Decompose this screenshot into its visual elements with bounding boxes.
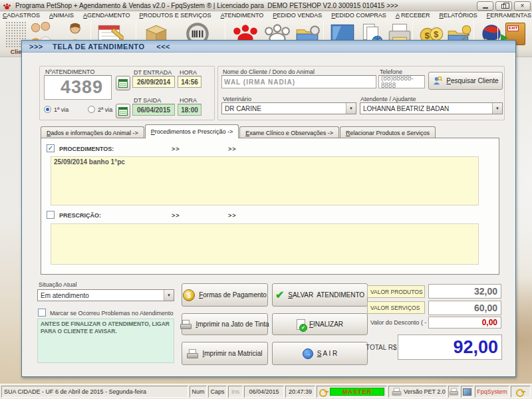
problem-checkbox[interactable]	[38, 309, 46, 317]
procedures-label: PROCEDIMENTOS:	[59, 146, 114, 152]
dialog-title: >>> TELA DE ATENDIMENTO <<<	[29, 43, 170, 51]
exit-date-field[interactable]: 06/04/2015	[132, 104, 175, 116]
menu-pedido-vendas[interactable]: PEDIDO VENDAS	[273, 12, 322, 19]
menu-ferramentas[interactable]: FERRAMENTAS	[487, 12, 531, 19]
discount-field[interactable]: 0,00	[428, 317, 501, 329]
entry-time-field[interactable]: 14:56	[178, 76, 201, 88]
status-insert: Ins	[228, 386, 243, 398]
vet-value: DR CARINE	[222, 105, 346, 112]
menu-relatorios[interactable]: RELATÓRIOS	[439, 12, 477, 19]
total-label: TOTAL R$	[366, 344, 397, 351]
menu-pedido-compras[interactable]: PEDIDO COMPRAS	[331, 12, 386, 19]
menu-a-receber[interactable]: A RECEBER	[396, 12, 430, 19]
search-client-button[interactable]: Pesquisar Cliente	[428, 72, 503, 90]
menu-cadastros[interactable]: CADASTROS	[3, 12, 40, 19]
search-client-icon	[432, 76, 442, 86]
total-field[interactable]: 92,00	[398, 334, 502, 360]
exit-dialog-button[interactable]: → S A I R	[272, 342, 368, 365]
note-textarea[interactable]: ANTES DE FINALIZAR O ATENDIMENTO, LIGAR …	[37, 319, 174, 363]
chevron-down-icon: ▼	[346, 103, 356, 114]
attendance-groupbox: NºATENDIMENTO 4389 1ª via 2ª via DT ENTR…	[39, 66, 215, 120]
print-matrix-label: Imprimir na Matricial	[202, 350, 262, 357]
printer-icon	[392, 388, 402, 395]
exit-dialog-label: S A I R	[317, 350, 338, 357]
exit-time-field[interactable]: 18:00	[178, 104, 201, 116]
document-check-icon	[297, 319, 305, 330]
tab-procedimentos[interactable]: Procedimentos e Prescrição ->	[145, 124, 239, 138]
status-date: 06/04/2015	[244, 386, 284, 398]
app-paw-icon	[3, 1, 11, 10]
printer-icon	[180, 320, 192, 329]
exit-time-label: HORA	[180, 97, 197, 104]
procedures-checkbox[interactable]: ✓	[47, 144, 55, 152]
restore-button[interactable]	[495, 1, 512, 11]
situation-value: Em atendimento	[38, 292, 164, 299]
finalize-button[interactable]: FINALIZAR	[272, 313, 368, 335]
entry-date-calendar-button[interactable]	[116, 76, 130, 90]
tab-relacionar-produtos[interactable]: Relacionar Produtos e Serviços	[340, 126, 436, 138]
menu-agendamento[interactable]: AGENDAMENTO	[83, 12, 130, 19]
close-button[interactable]: ×	[514, 1, 531, 11]
prescription-checkbox[interactable]	[47, 211, 55, 219]
status-printer-button[interactable]	[448, 386, 460, 398]
tab-exame-clinico[interactable]: Exame Clínico e Observações ->	[239, 126, 339, 138]
tab-dados-animal[interactable]: Dados e informações do Animal ->	[41, 126, 144, 138]
exit-date-label: DT SAIDA	[134, 97, 161, 104]
prescription-arrow-1[interactable]: >>	[172, 212, 180, 219]
status-monitor-button[interactable]	[461, 386, 473, 398]
status-version: Versão PET 2.0	[404, 388, 446, 395]
check-icon: ✔	[275, 289, 284, 301]
entry-date-field[interactable]: 26/09/2014	[132, 76, 175, 88]
exit-date-calendar-button[interactable]	[116, 104, 130, 118]
attendant-value: LOHANNA BEATRIZ BADAN	[360, 105, 492, 112]
key-icon	[516, 388, 525, 395]
attendant-dropdown[interactable]: LOHANNA BEATRIZ BADAN ▼	[360, 102, 503, 114]
phone-field[interactable]: (88)88888-8888	[378, 75, 425, 88]
print-inkjet-button[interactable]: Imprimir na Jato de Tinta	[182, 313, 268, 335]
save-attendance-button[interactable]: ✔ SALVAR ATENDIMENTO	[272, 283, 368, 307]
prescription-arrow-2[interactable]: >>	[228, 212, 237, 219]
menu-animais[interactable]: ANIMAIS	[49, 12, 74, 19]
restore-icon	[501, 4, 506, 9]
window-title: Programa PetShop + Agendamento & Vendas …	[15, 2, 398, 9]
menu-atendimento[interactable]: ATENDIMENTO	[221, 12, 264, 19]
dialog-titlebar[interactable]: >>> TELA DE ATENDIMENTO <<<	[22, 41, 515, 53]
coin-icon: $	[183, 289, 195, 301]
discount-label: Valor do Desconto ( - )	[370, 319, 430, 326]
procedures-arrow-2[interactable]: >>	[228, 146, 237, 152]
status-version-panel: Versão PET 2.0	[388, 386, 447, 398]
attendance-number-field[interactable]: 4389	[44, 75, 112, 100]
payment-methods-button[interactable]: $ Formas de Pagamento	[182, 283, 268, 307]
procedures-arrow-1[interactable]: >>	[172, 146, 180, 152]
tela-de-atendimento-dialog: >>> TELA DE ATENDIMENTO <<< NºATENDIMENT…	[21, 40, 516, 377]
products-value-label: VALOR PRODUTOS	[367, 285, 425, 298]
vet-label: Veterinário	[223, 96, 251, 102]
prescription-textarea[interactable]	[51, 223, 479, 265]
products-value-field[interactable]: 32,00	[428, 284, 501, 299]
situation-dropdown[interactable]: Em atendimento ▼	[37, 289, 174, 301]
calendar-icon	[118, 79, 128, 88]
monitor-icon	[463, 388, 471, 396]
menu-produtos-servicos[interactable]: PRODUTOS E SERVIÇOS	[139, 12, 211, 19]
procedimentos-tab-panel: ✓ PROCEDIMENTOS: >> >> 25/09/2014 banho …	[41, 138, 499, 275]
via2-radio[interactable]: 2ª via	[88, 106, 112, 113]
via1-label: 1ª via	[54, 106, 68, 113]
services-value-field[interactable]: 60,00	[428, 301, 501, 315]
status-user-level: MASTER	[330, 388, 384, 396]
status-user-panel: MASTER	[317, 386, 387, 398]
print-matrix-button[interactable]: Imprimir na Matricial	[182, 342, 268, 365]
save-attendance-label: SALVAR ATENDIMENTO	[288, 291, 364, 299]
payment-methods-label: Formas de Pagamento	[199, 291, 267, 299]
client-name-field[interactable]: WAL (IRMA NADIA)	[221, 75, 376, 88]
status-time: 20:47:39	[285, 386, 315, 398]
vet-dropdown[interactable]: DR CARINE ▼	[221, 102, 356, 114]
client-groupbox: Nome do Cliente / Dono do Animal WAL (IR…	[217, 66, 505, 120]
via1-radio[interactable]: 1ª via	[44, 106, 68, 113]
status-key-button[interactable]	[511, 386, 531, 398]
printer-icon	[450, 388, 458, 396]
statusbar: SUA CIDADE - UF 6 de Abril de 2015 - Seg…	[0, 384, 532, 399]
status-num-lock: Num	[190, 386, 207, 398]
entry-time-label: HORA	[180, 69, 197, 76]
procedures-textarea[interactable]: 25/09/2014 banho 1°pc	[51, 156, 479, 205]
minimize-button[interactable]	[477, 1, 493, 11]
